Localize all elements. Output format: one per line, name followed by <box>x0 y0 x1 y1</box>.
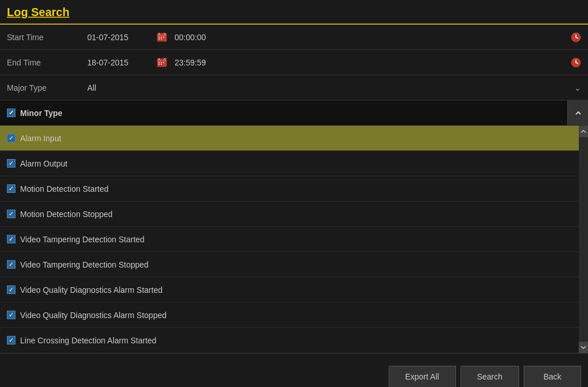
svg-rect-7 <box>158 38 160 40</box>
svg-rect-15 <box>158 58 160 60</box>
alarm-output-label: Alarm Output <box>20 159 67 168</box>
tampering-stopped-checkbox[interactable]: ✓ <box>7 260 16 269</box>
svg-rect-18 <box>161 62 162 63</box>
minor-type-list: ✓ Alarm Input ✓ Alarm Output ✓ Motion De… <box>0 126 588 353</box>
list-item[interactable]: ✓ Motion Detection Stopped <box>0 202 588 227</box>
start-date-value: 01-07-2015 <box>87 33 150 42</box>
line-crossing-checkbox[interactable]: ✓ <box>7 336 16 345</box>
svg-rect-20 <box>158 64 160 65</box>
list-item[interactable]: ✓ Line Crossing Detection Alarm Started <box>0 328 588 353</box>
vqd-stopped-checkbox[interactable]: ✓ <box>7 311 16 319</box>
scroll-down-button[interactable] <box>579 342 588 353</box>
form-area: Start Time 01-07-2015 <box>0 25 588 353</box>
tampering-started-label: Video Tampering Detection Started <box>20 235 145 244</box>
svg-rect-3 <box>164 33 165 35</box>
svg-rect-6 <box>163 37 164 38</box>
alarm-input-label: Alarm Input <box>20 134 61 143</box>
alarm-output-checkbox[interactable]: ✓ <box>7 159 16 168</box>
start-date-calendar-icon[interactable] <box>156 32 168 42</box>
minor-type-collapse-button[interactable] <box>567 100 588 125</box>
svg-rect-19 <box>163 62 164 63</box>
major-type-dropdown-icon[interactable]: ⌄ <box>574 83 581 92</box>
major-type-row: Major Type All ⌄ <box>0 75 588 100</box>
start-time-row: Start Time 01-07-2015 <box>0 25 588 50</box>
list-item[interactable]: ✓ Video Quality Diagnostics Alarm Stoppe… <box>0 303 588 328</box>
list-item[interactable]: ✓ Video Quality Diagnostics Alarm Starte… <box>0 277 588 303</box>
major-type-value: All <box>87 83 581 92</box>
svg-point-12 <box>575 37 577 38</box>
start-time-clock-value: 00:00:00 <box>175 33 206 42</box>
scroll-track[interactable] <box>579 137 588 342</box>
search-button[interactable]: Search <box>461 366 519 388</box>
start-time-value: 01-07-2015 00:00:00 <box>87 32 571 42</box>
vqd-started-checkbox[interactable]: ✓ <box>7 285 16 294</box>
log-search-container: Log Search Start Time 01-07-2015 <box>0 0 588 387</box>
minor-type-checkbox[interactable]: ✓ <box>7 109 16 117</box>
scrollbar[interactable] <box>579 126 588 353</box>
minor-type-header-text: Minor Type <box>20 109 63 118</box>
minor-type-header: ✓ Minor Type <box>0 100 588 126</box>
tampering-stopped-label: Video Tampering Detection Stopped <box>20 260 149 269</box>
svg-rect-21 <box>161 64 162 65</box>
scroll-up-button[interactable] <box>579 126 588 137</box>
end-time-row: End Time 18-07-2015 <box>0 50 588 75</box>
motion-stopped-label: Motion Detection Stopped <box>20 210 113 219</box>
svg-point-25 <box>575 62 577 63</box>
export-all-button[interactable]: Export All <box>389 366 456 388</box>
minor-type-label-row: ✓ Minor Type <box>7 109 63 118</box>
start-time-clock-icon-area[interactable] <box>571 32 581 42</box>
start-time-label: Start Time <box>7 33 87 42</box>
tampering-started-checkbox[interactable]: ✓ <box>7 235 16 243</box>
end-date-value: 18-07-2015 <box>87 58 150 67</box>
end-time-clock-icon-area[interactable] <box>571 57 581 68</box>
end-time-clock-value: 23:59:59 <box>175 58 206 67</box>
page-title: Log Search <box>7 6 69 18</box>
motion-started-checkbox[interactable]: ✓ <box>7 184 16 193</box>
vqd-started-label: Video Quality Diagnostics Alarm Started <box>20 285 163 295</box>
list-item[interactable]: ✓ Alarm Input <box>0 126 588 151</box>
svg-rect-17 <box>158 62 160 63</box>
motion-started-label: Motion Detection Started <box>20 184 109 194</box>
svg-rect-2 <box>158 33 160 35</box>
svg-rect-16 <box>164 58 165 60</box>
title-bar: Log Search <box>0 0 588 25</box>
bottom-toolbar: Export All Search Back <box>0 353 588 387</box>
back-button[interactable]: Back <box>524 366 581 388</box>
alarm-input-checkbox[interactable]: ✓ <box>7 134 16 142</box>
list-item[interactable]: ✓ Video Tampering Detection Stopped <box>0 252 588 277</box>
svg-rect-1 <box>157 35 167 36</box>
line-crossing-label: Line Crossing Detection Alarm Started <box>20 336 156 345</box>
svg-rect-14 <box>157 60 167 61</box>
major-type-label: Major Type <box>7 83 87 92</box>
list-item[interactable]: ✓ Motion Detection Started <box>0 176 588 202</box>
vqd-stopped-label: Video Quality Diagnostics Alarm Stopped <box>20 311 167 320</box>
svg-rect-5 <box>161 37 162 38</box>
list-item[interactable]: ✓ Alarm Output <box>0 151 588 176</box>
svg-rect-4 <box>158 37 160 38</box>
list-item[interactable]: ✓ Video Tampering Detection Started <box>0 227 588 252</box>
svg-rect-8 <box>161 38 162 40</box>
motion-stopped-checkbox[interactable]: ✓ <box>7 210 16 218</box>
end-time-value: 18-07-2015 23:59:59 <box>87 57 571 68</box>
end-time-label: End Time <box>7 58 87 67</box>
end-date-calendar-icon[interactable] <box>156 57 168 68</box>
